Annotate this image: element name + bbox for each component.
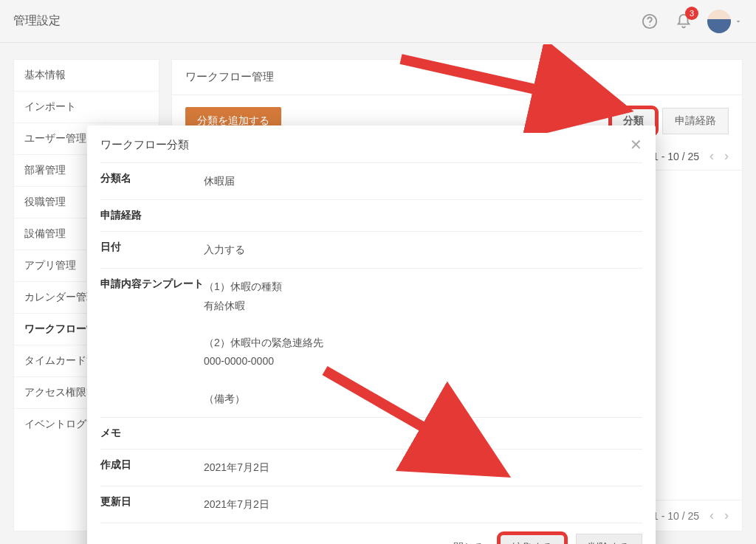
topbar: 管理設定 3 [0,0,756,43]
row-route: 申請経路 [100,199,642,231]
row-route-label: 申請経路 [100,209,204,222]
bell-icon[interactable]: 3 [673,11,694,32]
row-template: 申請内容テンプレート （1）休暇の種類 有給休暇 （2）休暇中の緊急連絡先 00… [100,268,642,416]
tab-route[interactable]: 申請経路 [662,108,729,134]
row-updated-label: 更新日 [100,495,204,514]
pager-next-icon[interactable]: › [724,148,729,164]
close-icon[interactable]: ✕ [630,136,642,154]
pager-prev-icon[interactable]: ‹ [709,148,714,164]
row-date: 日付 入力する [100,231,642,268]
chevron-down-icon [734,17,743,26]
row-date-value: 入力する [204,241,245,259]
topbar-icons: 3 [639,10,743,33]
pager-prev-bottom-icon[interactable]: ‹ [709,508,714,523]
modal-body: 分類名 休暇届 申請経路 日付 入力する 申請内容テンプレート （1）休暇の種類… [87,162,656,523]
row-template-value: （1）休暇の種類 有給休暇 （2）休暇中の緊急連絡先 000-0000-0000… [204,278,323,407]
delete-button[interactable]: 削除する [576,534,642,544]
row-name-label: 分類名 [100,172,204,190]
help-icon[interactable] [639,11,660,32]
pager-text: 1 - 10 / 25 [653,151,699,162]
row-created-label: 作成日 [100,458,204,477]
row-memo: メモ [100,417,642,449]
pager-text-bottom: 1 - 10 / 25 [653,510,699,522]
row-template-label: 申請内容テンプレート [100,278,204,407]
workflow-category-modal: ワークフロー分類 ✕ 分類名 休暇届 申請経路 日付 入力する 申請内容テンプレ… [87,125,656,544]
modal-header: ワークフロー分類 ✕ [87,125,656,162]
avatar [707,10,731,33]
edit-button[interactable]: 編集する [499,534,566,544]
row-date-label: 日付 [100,241,204,259]
modal-title: ワークフロー分類 [100,138,630,152]
page-title: 管理設定 [13,13,639,29]
row-updated-value: 2021年7月2日 [204,495,269,514]
main-title: ワークフロー管理 [172,60,742,95]
row-memo-label: メモ [100,427,204,440]
sidebar-item-basic[interactable]: 基本情報 [14,60,159,92]
modal-footer: 閉じる 編集する 削除する [87,523,656,544]
user-menu[interactable] [707,10,743,33]
notification-badge: 3 [685,7,698,20]
svg-point-1 [649,24,650,25]
row-name: 分類名 休暇届 [100,162,642,199]
close-button[interactable]: 閉じる [449,535,489,544]
row-created-value: 2021年7月2日 [204,458,269,477]
sidebar-item-import[interactable]: インポート [14,92,159,123]
row-name-value: 休暇届 [204,172,235,190]
pager-next-bottom-icon[interactable]: › [724,508,729,523]
row-updated: 更新日 2021年7月2日 [100,486,642,523]
row-created: 作成日 2021年7月2日 [100,449,642,486]
